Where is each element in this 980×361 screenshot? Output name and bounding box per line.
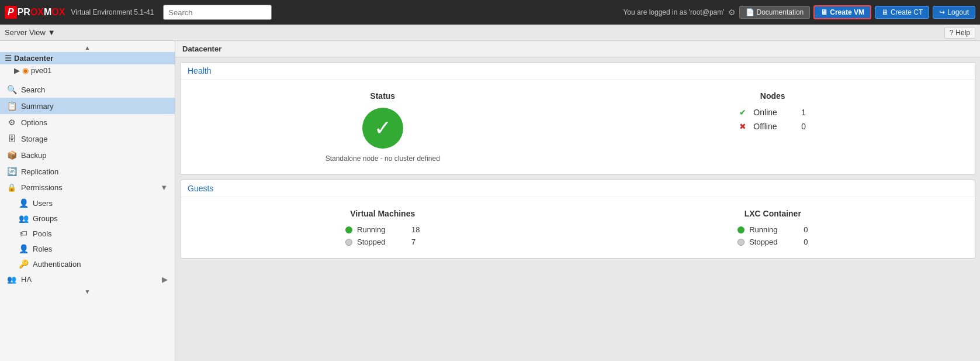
health-card: Health Status ✓ Standalone node - no clu…	[180, 62, 975, 175]
server-view-label: Server View	[5, 28, 46, 37]
logo-pr: PR	[18, 7, 30, 18]
summary-icon: 📋	[7, 101, 16, 111]
vm-column: Virtual Machines Running 18 Stopped	[188, 204, 578, 251]
vm-stopped-count: 7	[411, 238, 415, 246]
replication-icon: 🔄	[7, 167, 16, 176]
guests-content: Virtual Machines Running 18 Stopped	[181, 197, 975, 258]
search-nav-icon: 🔍	[7, 85, 16, 94]
vm-stopped-row: Stopped 7	[345, 238, 420, 246]
nav-backup-label: Backup	[21, 151, 46, 160]
logo-icon: P	[5, 6, 17, 19]
nav-groups-label: Groups	[33, 214, 58, 223]
nav-replication-label: Replication	[21, 167, 58, 176]
nav-item-search[interactable]: 🔍 Search	[0, 81, 175, 98]
guests-title: Guests	[188, 184, 213, 193]
online-icon: ✔	[739, 108, 746, 117]
nav-item-backup[interactable]: 📦 Backup	[0, 147, 175, 163]
vm-running-count: 18	[411, 225, 420, 234]
chevron-down-icon: ▼	[48, 28, 56, 37]
datacenter-icon: ☰	[5, 54, 12, 63]
vm-running-row: Running 18	[345, 225, 420, 234]
nav-panel: 🔍 Search 📋 Summary ⚙ Options 🗄 Storage 📦…	[0, 79, 175, 361]
doc-icon: 📄	[746, 8, 754, 16]
nav-item-ha[interactable]: 👥 HA ▶	[0, 271, 175, 287]
main-layout: ▲ ☰ Datacenter ▶ ◉ pve01 🔍 Search 📋 Summ…	[0, 41, 980, 361]
help-button[interactable]: ? Help	[944, 27, 975, 39]
nav-item-options[interactable]: ⚙ Options	[0, 114, 175, 130]
storage-icon: 🗄	[7, 134, 16, 143]
nav-summary-label: Summary	[21, 102, 54, 111]
content-area: Health Status ✓ Standalone node - no clu…	[175, 57, 980, 361]
nav-item-summary[interactable]: 📋 Summary	[0, 98, 175, 114]
logout-icon: ↪	[939, 8, 945, 16]
online-row: ✔ Online 1	[739, 108, 806, 117]
search-input[interactable]	[163, 5, 272, 20]
nav-search-label: Search	[21, 85, 45, 94]
permissions-icon: 🔒	[7, 183, 16, 192]
health-content: Status ✓ Standalone node - no cluster de…	[181, 80, 975, 174]
lxc-column: LXC Container Running 0 Stopped	[578, 204, 968, 251]
tree-item-pve01[interactable]: ▶ ◉ pve01	[0, 64, 175, 77]
nav-roles-label: Roles	[33, 245, 52, 253]
create-ct-button[interactable]: 🖥 Create CT	[875, 6, 929, 19]
nav-ha-label: HA	[21, 275, 32, 284]
offline-label: Offline	[753, 122, 794, 131]
topbar: P PR OX M OX Virtual Environment 5.1-41 …	[0, 0, 980, 25]
online-count: 1	[801, 108, 806, 117]
status-message: Standalone node - no cluster defined	[325, 154, 440, 163]
datacenter-label: Datacenter	[14, 54, 53, 63]
vm-running-label: Running	[357, 225, 395, 234]
lxc-stopped-row: Stopped 0	[737, 238, 808, 246]
nav-item-authentication[interactable]: 🔑 Authentication	[0, 256, 175, 271]
app-version: Virtual Environment 5.1-41	[71, 8, 154, 16]
permissions-expand-icon: ▼	[160, 183, 168, 192]
right-content: Datacenter Health Status ✓ Standalone no…	[175, 41, 980, 361]
nav-options-label: Options	[21, 118, 47, 127]
ha-expand-icon: ▶	[162, 275, 168, 284]
roles-icon: 👤	[19, 244, 28, 253]
guests-grid: Virtual Machines Running 18 Stopped	[188, 204, 968, 251]
nav-authentication-label: Authentication	[33, 260, 81, 269]
nav-storage-label: Storage	[21, 135, 48, 143]
lxc-running-label: Running	[749, 225, 787, 234]
pools-icon: 🏷	[19, 229, 28, 238]
create-vm-button[interactable]: 🖥 Create VM	[813, 5, 871, 19]
lxc-stopped-count: 0	[804, 238, 808, 246]
tree-item-datacenter[interactable]: ☰ Datacenter	[0, 52, 175, 64]
nav-item-replication[interactable]: 🔄 Replication	[0, 163, 175, 180]
status-column: Status ✓ Standalone node - no cluster de…	[188, 87, 578, 167]
vm-stopped-label: Stopped	[357, 238, 395, 246]
offline-row: ✖ Offline 0	[739, 122, 806, 131]
lxc-running-dot	[737, 226, 744, 233]
authentication-icon: 🔑	[19, 259, 28, 269]
breadcrumb: Datacenter	[175, 41, 980, 57]
documentation-button[interactable]: 📄 Documentation	[739, 6, 811, 19]
nav-item-users[interactable]: 👤 Users	[0, 195, 175, 211]
nav-item-pools[interactable]: 🏷 Pools	[0, 226, 175, 241]
gear-icon[interactable]: ⚙	[728, 8, 736, 17]
help-icon: ?	[950, 29, 954, 37]
vm-running-dot	[345, 226, 352, 233]
nodes-table: ✔ Online 1 ✖ Offline 0	[739, 108, 806, 131]
nav-scroll-down[interactable]: ▼	[0, 287, 175, 296]
nav-item-roles[interactable]: 👤 Roles	[0, 241, 175, 256]
lxc-stopped-label: Stopped	[749, 238, 787, 246]
server-view-select[interactable]: Server View ▼	[5, 28, 56, 37]
status-title: Status	[370, 91, 395, 101]
lxc-stopped-dot	[737, 239, 744, 246]
nav-item-groups[interactable]: 👥 Groups	[0, 211, 175, 226]
nav-item-permissions[interactable]: 🔒 Permissions ▼	[0, 180, 175, 195]
vm-title: Virtual Machines	[350, 209, 415, 218]
nav-item-storage[interactable]: 🗄 Storage	[0, 130, 175, 147]
checkmark-icon: ✓	[374, 116, 392, 140]
nodes-title: Nodes	[760, 91, 785, 101]
topbar-right: You are logged in as 'root@pam' ⚙ 📄 Docu…	[623, 5, 975, 19]
users-icon: 👤	[19, 198, 28, 208]
logout-button[interactable]: ↪ Logout	[933, 6, 975, 19]
lxc-title: LXC Container	[744, 209, 801, 218]
nodes-column: Nodes ✔ Online 1 ✖ Offline 0	[578, 87, 968, 167]
vm-rows: Running 18 Stopped 7	[345, 225, 420, 246]
tree-area: ▲ ☰ Datacenter ▶ ◉ pve01	[0, 41, 175, 79]
tree-scroll-up[interactable]: ▲	[0, 43, 175, 52]
proxmox-logo: P PR OX M OX	[5, 6, 65, 19]
